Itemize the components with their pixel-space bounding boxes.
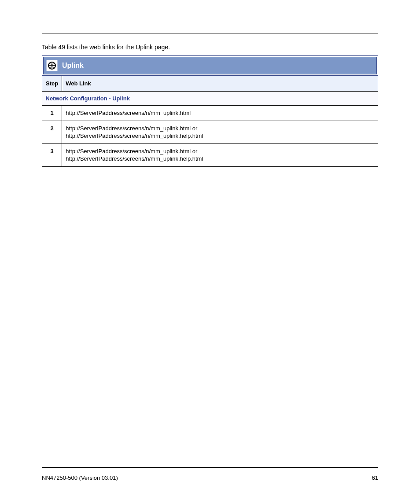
section-row: Network Configuration - Uplink [42, 92, 378, 106]
page: Table 49 lists the web links for the Upl… [0, 0, 420, 504]
bottom-rule [42, 467, 378, 468]
table-row: 1 http://ServerIPaddress/screens/n/mm_up… [42, 106, 378, 121]
col-step: Step [42, 76, 62, 92]
table-row: 3 http://ServerIPaddress/screens/n/mm_up… [42, 143, 378, 166]
weblink-cell: http://ServerIPaddress/screens/n/mm_upli… [62, 106, 378, 121]
section-label: Network Configuration - Uplink [42, 92, 378, 106]
step-cell: 3 [42, 143, 62, 166]
step-cell: 1 [42, 106, 62, 121]
globe-icon [46, 60, 58, 71]
intro-text: Table 49 lists the web links for the Upl… [42, 43, 378, 51]
col-weblink: Web Link [62, 76, 378, 92]
footer-page-number: 61 [372, 475, 378, 481]
table-header-row: Step Web Link [42, 76, 378, 92]
footer-left: NN47250-500 (Version 03.01) [42, 475, 118, 481]
uplink-table: Uplink Step Web Link Network Configurati… [42, 55, 378, 167]
panel-header: Uplink [43, 57, 377, 74]
panel-title: Uplink [62, 62, 84, 70]
top-rule [42, 33, 378, 33]
weblink-cell: http://ServerIPaddress/screens/n/mm_upli… [62, 121, 378, 143]
footer: NN47250-500 (Version 03.01) 61 [42, 475, 378, 481]
weblink-cell: http://ServerIPaddress/screens/n/mm_upli… [62, 143, 378, 166]
table-row: 2 http://ServerIPaddress/screens/n/mm_up… [42, 121, 378, 143]
step-cell: 2 [42, 121, 62, 143]
